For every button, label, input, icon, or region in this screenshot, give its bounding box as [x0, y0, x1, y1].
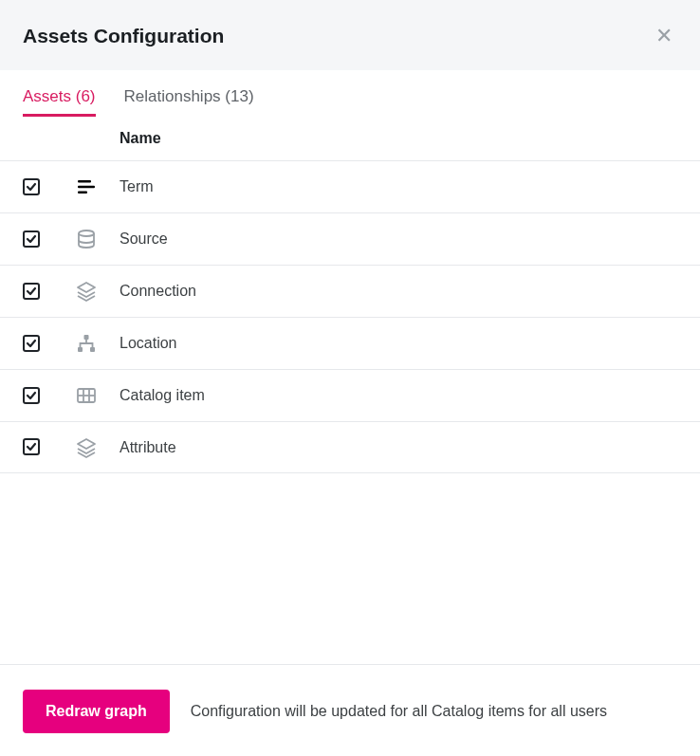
asset-checkbox[interactable]	[23, 283, 40, 300]
close-icon: ✕	[655, 26, 672, 46]
assets-configuration-dialog: Assets Configuration ✕ Assets (6) Relati…	[0, 0, 700, 756]
asset-row: Catalog item	[0, 369, 700, 421]
asset-checkbox[interactable]	[23, 230, 40, 248]
asset-name: Location	[120, 335, 177, 351]
asset-name: Term	[120, 178, 154, 194]
layers-icon	[76, 281, 97, 302]
asset-checkbox[interactable]	[23, 438, 40, 455]
dialog-header: Assets Configuration ✕	[0, 0, 700, 70]
asset-checkbox[interactable]	[23, 335, 40, 352]
dialog-footer: Redraw graph Configuration will be updat…	[0, 664, 700, 756]
asset-row: Source	[0, 212, 700, 265]
footer-note: Configuration will be updated for all Ca…	[191, 703, 607, 720]
asset-checkbox[interactable]	[23, 387, 40, 404]
asset-checkbox[interactable]	[23, 178, 40, 195]
table-header: Name	[0, 117, 700, 160]
dialog-title: Assets Configuration	[23, 25, 224, 47]
tabs: Assets (6) Relationships (13)	[0, 70, 700, 117]
tab-relationships[interactable]: Relationships (13)	[124, 87, 254, 117]
close-button[interactable]: ✕	[651, 23, 677, 49]
asset-row: Location	[0, 317, 700, 369]
asset-row: Term	[0, 160, 700, 212]
asset-name: Catalog item	[120, 387, 205, 403]
layers-icon	[76, 437, 97, 458]
column-header-name: Name	[120, 130, 677, 147]
redraw-graph-button[interactable]: Redraw graph	[23, 690, 170, 733]
asset-name: Source	[120, 230, 168, 247]
grid-icon	[76, 385, 97, 406]
tab-assets[interactable]: Assets (6)	[23, 87, 96, 117]
asset-row: Attribute	[0, 421, 700, 473]
asset-row: Connection	[0, 265, 700, 317]
text-lines-icon	[76, 176, 97, 197]
asset-name: Attribute	[120, 439, 176, 455]
asset-name: Connection	[120, 283, 196, 299]
assets-rows: TermSourceConnectionLocationCatalog item…	[0, 160, 700, 473]
database-icon	[76, 229, 97, 249]
hierarchy-icon	[76, 333, 97, 354]
